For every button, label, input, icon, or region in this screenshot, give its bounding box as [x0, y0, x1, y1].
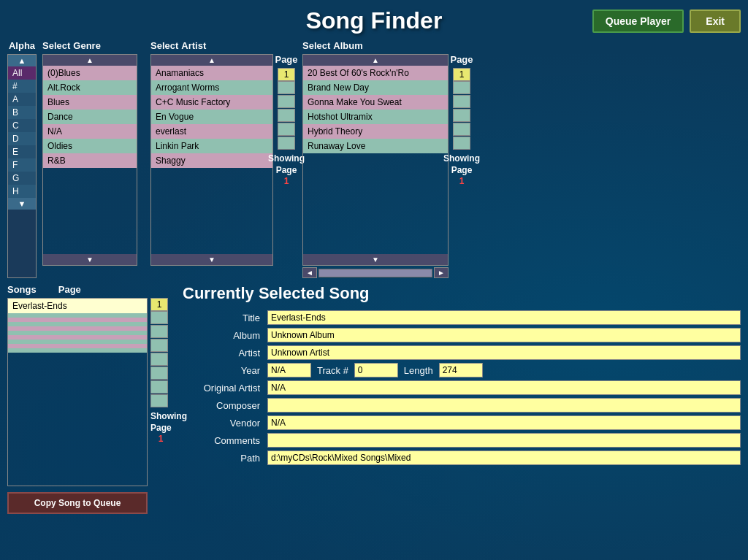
- genre-scroll-up[interactable]: ▲: [43, 55, 137, 66]
- genre-item-oldies[interactable]: Oldies: [43, 139, 137, 153]
- album-select-label: Select: [302, 40, 330, 51]
- queue-player-button[interactable]: Queue Player: [592, 9, 684, 33]
- comments-label: Comments: [183, 435, 263, 446]
- album-field-label: Album: [183, 330, 263, 341]
- album-scroll-track[interactable]: [318, 269, 432, 277]
- artist-item-arrogant-worms[interactable]: Arrogant Worms: [151, 80, 272, 95]
- album-item-hotshot[interactable]: Hotshot Ultramix: [303, 110, 448, 124]
- alpha-item-hash[interactable]: #: [8, 80, 36, 93]
- album-item-gonna-make[interactable]: Gonna Make You Sweat: [303, 95, 448, 110]
- alpha-item-d[interactable]: D: [8, 132, 36, 145]
- artist-page-cell-5: [278, 137, 295, 150]
- song-item-everlast-ends[interactable]: Everlast-Ends: [8, 299, 147, 313]
- alpha-item-c[interactable]: C: [8, 119, 36, 132]
- album-page-cell-3: [453, 109, 470, 122]
- genre-item-blues[interactable]: Blues: [43, 95, 137, 110]
- songs-list: Everlast-Ends: [7, 298, 148, 486]
- year-input[interactable]: [267, 363, 311, 377]
- artist-select-label: Select: [150, 40, 178, 51]
- artist-page-number: 1: [278, 68, 295, 81]
- alpha-item-e[interactable]: E: [8, 145, 36, 158]
- path-label: Path: [183, 453, 263, 464]
- artist-page-cell-2: [278, 95, 295, 108]
- genre-item-rb[interactable]: R&B: [43, 153, 137, 168]
- vendor-input[interactable]: [267, 415, 741, 430]
- album-scroll-right[interactable]: ►: [434, 267, 449, 278]
- artist-page-cell-4: [278, 123, 295, 136]
- track-label: Track #: [317, 365, 348, 376]
- alpha-item-h[interactable]: H: [8, 185, 36, 198]
- song-item-10[interactable]: [8, 348, 147, 353]
- length-label: Length: [404, 365, 433, 376]
- exit-button[interactable]: Exit: [690, 9, 741, 33]
- album-page-cell-4: [453, 123, 470, 136]
- album-page-cell-1: [453, 81, 470, 94]
- genre-item-altrock[interactable]: Alt.Rock: [43, 80, 137, 95]
- track-input[interactable]: [354, 363, 398, 377]
- artist-page-label: Page: [275, 54, 297, 65]
- songs-page-cell-1: [150, 311, 168, 324]
- songs-page-cell-4: [150, 353, 168, 366]
- album-type-label: Album: [333, 40, 362, 51]
- alpha-scroll-down[interactable]: ▼: [8, 198, 36, 210]
- artist-item-en-vogue[interactable]: En Vogue: [151, 110, 272, 124]
- title-input[interactable]: [267, 310, 741, 325]
- album-item-20best[interactable]: 20 Best Of 60's Rock'n'Ro: [303, 66, 448, 80]
- alpha-scroll-up[interactable]: ▲: [8, 55, 36, 66]
- genre-select-label: Select: [42, 40, 70, 51]
- songs-page-cell-3: [150, 339, 168, 352]
- composer-label: Composer: [183, 400, 263, 411]
- alpha-item-all[interactable]: All: [8, 66, 36, 80]
- genre-item-0blues[interactable]: (0)Blues: [43, 66, 137, 80]
- alpha-item-f[interactable]: F: [8, 158, 36, 172]
- songs-showing-page: Showing Page 1: [150, 411, 171, 445]
- album-item-brand-new-day[interactable]: Brand New Day: [303, 80, 448, 95]
- songs-page-label: Page: [58, 284, 81, 295]
- artist-field-label: Artist: [183, 348, 263, 358]
- artist-item-linkin-park[interactable]: Linkin Park: [151, 139, 272, 153]
- copy-song-to-queue-button[interactable]: Copy Song to Queue: [7, 492, 148, 514]
- album-horizontal-scroll: ◄ ►: [302, 267, 449, 278]
- alpha-item-g[interactable]: G: [8, 172, 36, 185]
- alpha-item-a[interactable]: A: [8, 93, 36, 106]
- songs-label: Songs: [7, 284, 37, 295]
- album-page-label: Page: [450, 54, 473, 65]
- artist-item-anamaniacs[interactable]: Anamaniacs: [151, 66, 272, 80]
- alpha-item-b[interactable]: B: [8, 106, 36, 119]
- year-row: Track # Length: [267, 363, 741, 377]
- album-item-hybrid-theory[interactable]: Hybrid Theory: [303, 124, 448, 139]
- artist-item-cc[interactable]: C+C Music Factory: [151, 95, 272, 110]
- album-scroll-left[interactable]: ◄: [302, 267, 317, 278]
- album-scroll-up[interactable]: ▲: [303, 55, 448, 66]
- genre-list: ▲ (0)Blues Alt.Rock Blues Dance N/A Oldi…: [42, 54, 137, 266]
- songs-page-cell-6: [150, 380, 168, 394]
- path-input[interactable]: [267, 450, 741, 465]
- comments-input[interactable]: [267, 433, 741, 448]
- year-label: Year: [183, 365, 263, 376]
- artist-input[interactable]: [267, 345, 741, 360]
- album-input[interactable]: [267, 328, 741, 342]
- artist-item-everlast[interactable]: everlast: [151, 124, 272, 139]
- artist-scroll-up[interactable]: ▲: [151, 55, 272, 66]
- album-page-number: 1: [453, 68, 470, 81]
- genre-scroll-down[interactable]: ▼: [43, 254, 137, 265]
- alpha-label: Alpha: [7, 40, 37, 51]
- album-item-runaway-love[interactable]: Runaway Love: [303, 139, 448, 153]
- album-list: ▲ 20 Best Of 60's Rock'n'Ro Brand New Da…: [302, 54, 449, 266]
- album-page-cell-5: [453, 137, 470, 150]
- composer-input[interactable]: [267, 398, 741, 413]
- artist-item-shaggy[interactable]: Shaggy: [151, 153, 272, 168]
- length-input[interactable]: [439, 363, 483, 377]
- songs-page-cell-7: [150, 394, 168, 407]
- artist-page-cell-3: [278, 109, 295, 122]
- album-scroll-down[interactable]: ▼: [303, 254, 448, 265]
- artist-type-label: Artist: [181, 40, 206, 51]
- title-label: Title: [183, 312, 263, 323]
- artist-page-cell-1: [278, 81, 295, 94]
- original-artist-input[interactable]: [267, 380, 741, 395]
- genre-item-dance[interactable]: Dance: [43, 110, 137, 124]
- genre-item-na[interactable]: N/A: [43, 124, 137, 139]
- album-showing-page: Showing Page 1: [443, 153, 480, 188]
- artist-scroll-down[interactable]: ▼: [151, 254, 272, 265]
- artist-showing-page: Showing Page 1: [268, 153, 305, 188]
